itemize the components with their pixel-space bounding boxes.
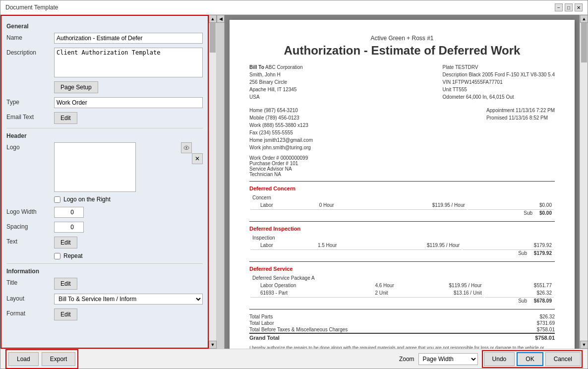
page-setup-row: Page Setup [54,81,203,93]
name-label: Name [6,33,51,41]
description-label: Description [6,48,51,56]
export-btn[interactable]: Export [42,352,76,366]
desc-row: Description Black 2005 Ford F-150 XLT V8… [443,71,555,78]
contact-fax: Fax (234) 555-5555 [249,129,313,136]
contact-work: Work (888) 555-3880 x123 [249,122,313,129]
concern-labor-qty: 0 Hour [317,202,368,208]
service-part-amount: $26.32 [485,290,554,296]
inspection-rate [372,235,462,241]
doc-bill-to-col: Bill To ABC Corporation Smith, John H 25… [249,63,303,101]
concern-name: Concern [250,194,316,201]
info-title-edit-btn[interactable]: Edit [54,278,77,290]
service-labor-rate: $119.95 / Hour [416,282,484,289]
minimize-btn[interactable]: − [555,3,563,11]
load-export-group: Load Export [5,349,78,369]
logo-right-checkbox[interactable] [54,196,60,203]
maximize-btn[interactable]: □ [565,3,573,11]
service-part-row: 61693 - Part 2 Unit $13.16 / Unit $26.32 [250,290,554,296]
doc-header-columns: Bill To ABC Corporation Smith, John H 25… [249,63,555,101]
tech-row: Technician NA [249,172,308,177]
service-part-rate: $13.16 / Unit [416,290,484,296]
info-title-row: Title Edit [6,278,203,290]
vin-row: VIN 1FTPW14555FA77701 [443,78,555,86]
left-scrollbar[interactable]: ▲ ▼ [209,15,217,349]
wo-num: Work Order # 0000000099 [249,155,308,161]
doc-company: Active Green + Ross #1 [249,35,555,42]
format-edit-btn[interactable]: Edit [54,308,77,320]
info-title-label: Title [6,278,51,286]
concern-labor-name: Labor [250,202,316,208]
plate-row: Plate TESTDRV [443,63,555,71]
repeat-row: Repeat [54,252,203,259]
inspection-qty [316,235,371,241]
bill-to-address: 256 Binary Circle [249,78,303,86]
odometer-row: Odometer 64,000 In, 64,015 Out [443,93,555,101]
text-row: Text Edit [6,237,203,248]
logo-container: ✕ [54,142,203,192]
description-textarea[interactable]: Client Authorization Template [54,48,203,77]
spacing-label: Spacing [6,222,51,230]
service-pkg-row: Deferred Service Package A [250,275,554,281]
doc-contact-columns: Home (987) 654-3210 Mobile (789) 456-012… [249,107,555,151]
deferred-inspection-table: Inspection Labor 1.5 Hour $119.95 / Hour… [249,234,555,257]
scroll-down-arrow[interactable]: ▼ [209,341,217,349]
layout-select[interactable]: Bill To & Service Item / Inform [54,294,203,305]
doc-scroll-left-btn[interactable]: ◀ [217,15,225,23]
concern-sub-label [250,209,467,216]
logo-eye-btn[interactable] [181,142,192,153]
zoom-select[interactable]: Page Width 50% 75% 100% 125% 150% [418,353,478,365]
inspection-name: Inspection [250,235,315,241]
doc-right-scrollbar[interactable]: ▲ ▼ [580,15,588,349]
concern-sub-total: Sub $0.00 [468,209,554,216]
deferred-service-table: Deferred Service Package A Labor Operati… [249,274,555,305]
inspection-labor-rate: $119.95 / Hour [372,242,462,248]
doc-scroll-thumb[interactable] [581,23,587,62]
cancel-btn[interactable]: Cancel [545,352,581,366]
name-input[interactable] [54,33,203,44]
scroll-thumb[interactable] [210,23,216,53]
email-edit-btn[interactable]: Edit [54,112,77,124]
undo-btn[interactable]: Undo [484,352,515,366]
logo-width-input[interactable] [54,207,84,218]
concern-labor-row: Labor 0 Hour $119.95 / Hour $0.00 [250,202,554,208]
bottom-bar: Load Export Zoom Page Width 50% 75% 100%… [0,349,588,369]
contact-email-work: Work john.smith@turing.org [249,144,313,151]
repeat-checkbox[interactable] [54,253,60,259]
inspection-labor-qty: 1.5 Hour [316,242,371,248]
logo-right-row: Logo on the Right [54,196,203,203]
logo-remove-btn[interactable]: ✕ [192,153,203,164]
bottom-right-controls: Zoom Page Width 50% 75% 100% 125% 150% U… [399,350,583,368]
inspection-sub-label [250,249,462,256]
format-label: Format [6,308,51,317]
service-part-name: 61693 - Part [250,290,372,296]
before-tax-label: Total Before Taxes & Miscellaneous Charg… [249,327,348,332]
service-sub-label [250,297,484,304]
type-row: Type [6,97,203,108]
doc-left-scroll[interactable]: ◀ [217,15,225,349]
doc-scroll-down[interactable]: ▼ [580,341,588,349]
ok-btn[interactable]: OK [517,352,543,366]
type-input[interactable] [54,97,203,108]
spacing-input[interactable] [54,222,84,233]
labor-label: Total Labor [249,320,274,326]
load-btn[interactable]: Load [8,352,39,366]
window-controls: − □ ✕ [555,3,583,11]
labor-total-row: Total Labor $731.69 [249,320,555,326]
close-btn[interactable]: ✕ [575,3,583,11]
scroll-track [209,23,216,341]
doc-vehicle-col: Plate TESTDRV Description Black 2005 For… [443,63,555,101]
page-setup-btn[interactable]: Page Setup [54,81,98,93]
doc-appt-col: Appointment 11/13/16 7:22 PM Promised 11… [486,107,555,151]
svg-point-1 [186,147,187,149]
text-edit-btn[interactable]: Edit [54,237,77,248]
before-tax-row: Total Before Taxes & Miscellaneous Charg… [249,326,555,333]
inspection-labor-amount: $179.92 [463,242,554,248]
title-bar: Document Template − □ ✕ [0,0,588,15]
service-part-qty: 2 Unit [373,290,415,296]
scroll-up-arrow[interactable]: ▲ [209,15,217,23]
doc-scroll-up[interactable]: ▲ [580,15,588,23]
service-pkg-qty [373,275,415,281]
parts-total-row: Total Parts $26.32 [249,313,555,320]
service-pkg-rate [416,275,484,281]
inspection-labor-row: Labor 1.5 Hour $119.95 / Hour $179.92 [250,242,554,248]
